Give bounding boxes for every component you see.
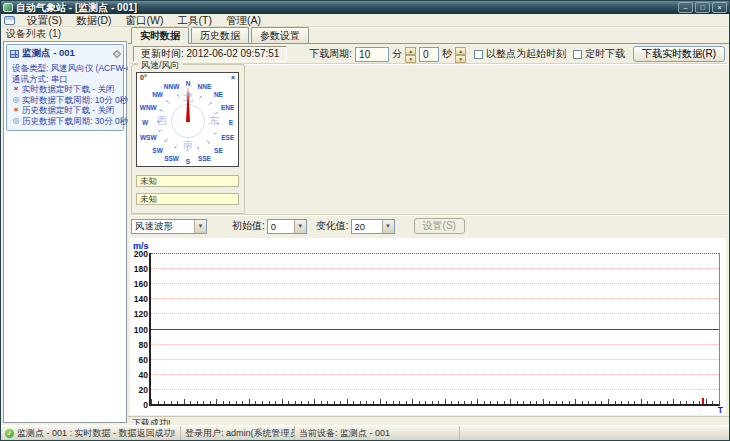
wind-speed-chart: m/s 020406080100120140160180200 T xyxy=(130,238,726,415)
seconds-input[interactable]: 0 xyxy=(419,47,439,62)
statusbar-filler xyxy=(460,426,729,440)
x-axis-tick xyxy=(184,399,185,404)
x-axis-tick xyxy=(477,399,478,404)
tab-parameter-settings[interactable]: 参数设置 xyxy=(251,27,309,43)
title-bar[interactable]: 自动气象站 - [监测点 - 001] – □ × xyxy=(1,1,729,14)
x-axis-tick xyxy=(164,401,165,404)
curve-type-select[interactable]: 风速波形 ▼ xyxy=(131,219,207,234)
align-to-hour-label: 以整点为起始时刻 xyxy=(486,47,566,61)
statusbar-login-section: 登录用户: admin(系统管理员) xyxy=(181,426,295,440)
x-axis-tick xyxy=(660,401,661,404)
timed-download-checkbox[interactable] xyxy=(573,50,582,59)
x-axis-tick xyxy=(530,401,531,404)
compass-tick-arrow-icon: → xyxy=(204,98,214,108)
x-axis-tick xyxy=(634,401,635,404)
tab-realtime-data[interactable]: 实时数据 xyxy=(131,27,189,44)
close-button[interactable]: × xyxy=(712,2,727,13)
x-axis-tick xyxy=(523,401,524,404)
x-axis-tick xyxy=(608,399,609,404)
history-timed-download-line: × 历史数据定时下载 - 关闭 xyxy=(7,105,123,116)
gridline xyxy=(151,389,719,390)
x-axis-tick xyxy=(686,401,687,404)
x-axis-tick xyxy=(680,401,681,404)
initial-value-select[interactable]: 0 ▼ xyxy=(267,219,307,234)
device-list-header: 设备列表 (1) xyxy=(1,27,128,41)
download-realtime-button[interactable]: 下载实时数据(R) xyxy=(633,46,725,62)
x-axis-tick xyxy=(673,399,674,404)
compass-direction-w: W xyxy=(142,119,148,126)
x-axis-tick xyxy=(373,401,374,404)
compass-tick-arrow-icon: → xyxy=(163,98,173,108)
y-axis-tick-label: 140 xyxy=(132,294,148,304)
x-axis-tick xyxy=(654,401,655,404)
align-to-hour-checkbox[interactable] xyxy=(474,50,483,59)
maximize-button[interactable]: □ xyxy=(695,2,710,13)
set-button[interactable]: 设置(S) xyxy=(414,218,465,234)
pin-icon[interactable] xyxy=(113,49,121,57)
compass-tick-arrow-icon: → xyxy=(195,142,204,151)
minimize-button[interactable]: – xyxy=(678,2,693,13)
x-axis-tick xyxy=(706,399,707,404)
x-axis-tick xyxy=(719,401,720,404)
window-title: 自动气象站 - [监测点 - 001] xyxy=(16,1,137,15)
x-axis-tick xyxy=(288,401,289,404)
compass-direction-se: SE xyxy=(214,146,223,153)
menu-manage[interactable]: 管理(A) xyxy=(220,14,267,26)
menu-window[interactable]: 窗口(W) xyxy=(120,14,170,26)
x-axis-tick xyxy=(504,401,505,404)
compass-direction-sw: SW xyxy=(152,146,162,153)
tab-bar: 实时数据 历史数据 参数设置 xyxy=(131,27,309,43)
chevron-down-icon: ▼ xyxy=(294,220,306,233)
wind-compass: 0° × 北 南 西 东 N→NNE→NE→ENE→E→ESE→SE→SSE→S… xyxy=(136,72,239,167)
minutes-unit-label: 分 xyxy=(392,47,402,61)
compass-direction-n: N xyxy=(186,80,191,87)
tab-history-data[interactable]: 历史数据 xyxy=(191,27,249,43)
gridline xyxy=(151,359,719,360)
x-axis-tick xyxy=(210,401,211,404)
x-axis-tick xyxy=(216,399,217,404)
x-axis-tick xyxy=(177,401,178,404)
x-axis-tick xyxy=(197,401,198,404)
wind-direction-field[interactable]: 未知 xyxy=(136,193,239,205)
y-axis-tick-label: 100 xyxy=(132,325,148,335)
x-axis-tick xyxy=(445,399,446,404)
minutes-input[interactable]: 10 xyxy=(355,47,389,62)
minutes-stepper[interactable]: ▲▼ xyxy=(405,47,416,62)
realtime-data-panel: 更新时间: 2012-06-02 09:57:51 下载周期: 10 分 ▲▼ … xyxy=(128,43,729,425)
x-axis-tick xyxy=(353,401,354,404)
wind-speed-field[interactable]: 未知 xyxy=(136,175,239,187)
compass-tick-arrow-icon: → xyxy=(157,128,166,137)
change-value-select[interactable]: 20 ▼ xyxy=(351,219,395,234)
menu-data[interactable]: 数据(D) xyxy=(70,14,118,26)
compass-tick-arrow-icon: → xyxy=(214,119,221,126)
wind-group-title: 风速/风向 xyxy=(138,59,183,72)
x-axis-tick xyxy=(308,401,309,404)
time-axis-label: T xyxy=(718,405,723,415)
x-axis-tick xyxy=(471,401,472,404)
divider xyxy=(130,214,727,216)
x-axis-tick xyxy=(569,401,570,404)
mdi-child-icon[interactable] xyxy=(4,16,15,25)
chevron-down-icon: ▼ xyxy=(194,220,206,233)
menu-tools[interactable]: 工具(T) xyxy=(171,14,217,26)
x-axis-tick xyxy=(458,401,459,404)
gridline xyxy=(151,283,719,284)
x-axis-tick xyxy=(556,401,557,404)
device-panel-title[interactable]: 监测点 - 001 xyxy=(22,47,111,60)
x-axis-tick xyxy=(641,399,642,404)
x-axis-tick xyxy=(393,401,394,404)
menu-settings[interactable]: 设置(S) xyxy=(21,14,68,26)
y-axis-tick-label: 40 xyxy=(132,370,148,380)
x-axis-tick xyxy=(158,401,159,404)
compass-tick-arrow-icon: → xyxy=(185,146,192,153)
device-panel[interactable]: 监测点 - 001 设备类型: 风速风向仪 (ACFW-4) 通讯方式: 串口 … xyxy=(6,44,124,131)
gridline xyxy=(151,313,719,314)
x-axis-tick xyxy=(451,401,452,404)
seconds-unit-label: 秒 xyxy=(442,47,452,61)
seconds-stepper[interactable]: ▲▼ xyxy=(455,47,466,62)
x-axis-tick xyxy=(249,399,250,404)
realtime-timed-download-line: × 实时数据定时下载 - 关闭 xyxy=(7,84,123,95)
compass-tick-arrow-icon: → xyxy=(163,136,173,146)
compass-direction-sse: SSE xyxy=(198,155,211,162)
device-icon xyxy=(10,50,19,58)
